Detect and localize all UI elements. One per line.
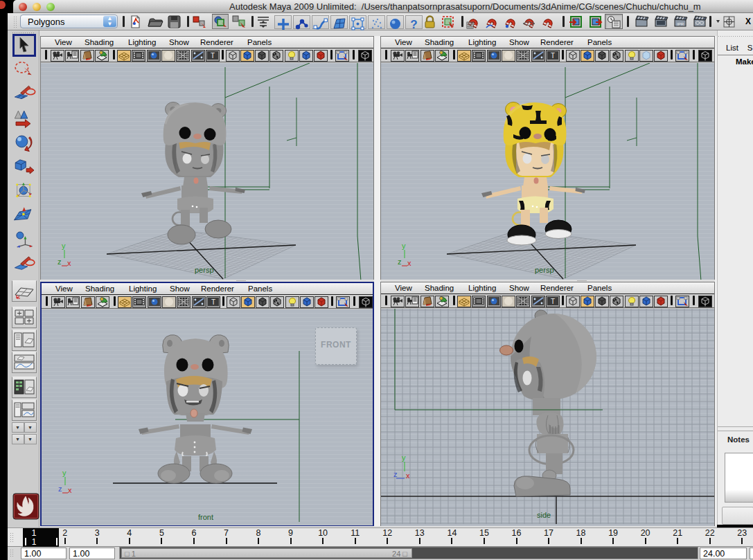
svg-text:T: T: [551, 52, 555, 60]
svg-text:y: y: [402, 242, 406, 250]
svg-text:T: T: [211, 298, 215, 306]
svg-text:z: z: [58, 485, 62, 493]
svg-text:y: y: [402, 453, 406, 462]
svg-text:y: y: [62, 469, 67, 477]
svg-text:T: T: [551, 298, 555, 305]
svg-text:z: z: [57, 258, 62, 266]
svg-text:x: x: [68, 486, 72, 494]
svg-text:x: x: [407, 259, 411, 267]
svg-text:IPR: IPR: [677, 22, 684, 26]
svg-text:?: ?: [410, 18, 417, 31]
svg-text:y: y: [62, 242, 66, 250]
svg-text:x: x: [67, 259, 71, 267]
svg-text:T: T: [211, 52, 215, 60]
svg-text:z: z: [398, 258, 402, 266]
svg-text:x: x: [406, 471, 410, 480]
svg-text:z: z: [393, 470, 398, 478]
